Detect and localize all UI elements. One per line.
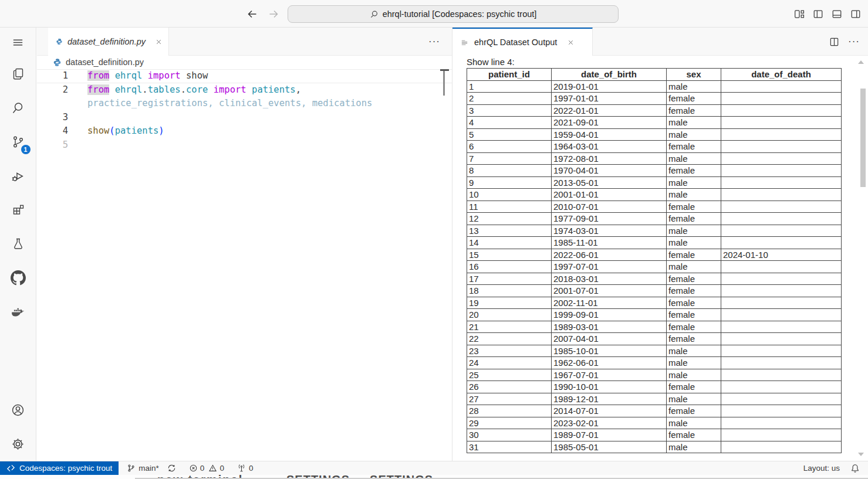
close-output-tab-button[interactable]: [567, 39, 575, 46]
table-cell: 31: [467, 441, 552, 453]
table-cell: 19: [467, 297, 552, 309]
sidebar-item-extensions[interactable]: [0, 193, 36, 227]
close-tab-button[interactable]: [155, 38, 163, 46]
forward-button[interactable]: [268, 8, 279, 20]
files-icon: [11, 67, 25, 81]
split-editor-button[interactable]: [829, 37, 839, 47]
settings-button[interactable]: [0, 427, 36, 461]
table-row: 92013-05-01male: [467, 176, 842, 189]
table-cell: [721, 225, 842, 237]
table-cell: [721, 141, 842, 153]
forward-arrow-icon: [268, 8, 279, 20]
table-row: 292023-02-01male: [467, 417, 842, 429]
code-line[interactable]: 3: [37, 111, 452, 125]
table-cell: female: [667, 405, 721, 417]
scroll-down-arrow[interactable]: [858, 453, 864, 456]
code-line[interactable]: 2from ehrql.tables.core import patients,: [37, 83, 452, 97]
table-cell: 1967-07-01: [552, 369, 667, 381]
table-cell: female: [667, 309, 721, 321]
table-cell: [721, 165, 842, 177]
table-cell: 1977-09-01: [552, 213, 667, 225]
table-cell: male: [667, 369, 721, 381]
code-token: [246, 84, 252, 95]
toggle-panel-button[interactable]: [832, 9, 842, 19]
sync-status-item[interactable]: [167, 464, 176, 473]
code-token: show: [186, 70, 208, 81]
output-more-actions-button[interactable]: ···: [848, 36, 860, 47]
toggle-secondary-sidebar-button[interactable]: [850, 9, 861, 19]
table-cell: male: [667, 393, 721, 405]
problems-status-item[interactable]: 0 0: [189, 464, 224, 473]
table-cell: female: [667, 381, 721, 393]
table-cell: [721, 417, 842, 429]
table-cell: [721, 80, 842, 93]
history-nav: [246, 0, 279, 28]
branch-status-item[interactable]: main*: [127, 464, 159, 473]
table-cell: 2021-09-01: [552, 117, 667, 129]
table-column-header: date_of_death: [721, 69, 842, 81]
table-row: 301989-07-01female: [467, 429, 842, 441]
scroll-up-arrow[interactable]: [858, 60, 864, 64]
ports-status-item[interactable]: 0: [237, 464, 254, 473]
code-line[interactable]: 5: [37, 138, 452, 152]
github-icon: [11, 270, 26, 286]
layout-status-item[interactable]: Layout: us: [803, 464, 840, 473]
menu-button[interactable]: [0, 28, 36, 57]
notifications-bell-button[interactable]: [850, 464, 860, 473]
output-scrollbar-thumb[interactable]: [860, 89, 866, 187]
code-text: from ehrql import show: [87, 69, 208, 83]
sidebar-item-github[interactable]: [0, 261, 36, 295]
account-button[interactable]: [0, 393, 36, 427]
code-text: practice_registrations, clinical_events,…: [87, 97, 372, 111]
sidebar-item-source-control[interactable]: 1: [0, 125, 36, 159]
table-cell: 16: [467, 261, 552, 273]
customize-layout-button[interactable]: [794, 9, 805, 19]
command-center-search[interactable]: ehrql-tutorial [Codespaces: psychic trou…: [288, 5, 619, 23]
sidebar-item-search[interactable]: [0, 91, 36, 125]
editor-more-actions-button[interactable]: ···: [428, 28, 440, 56]
warning-count: 0: [219, 464, 224, 473]
table-cell: [721, 297, 842, 309]
sidebar-item-testing[interactable]: [0, 227, 36, 261]
code-token: practice_registrations: [87, 98, 208, 108]
code-line[interactable]: 1from ehrql import show: [37, 69, 452, 83]
table-cell: 1989-12-01: [552, 393, 667, 405]
toggle-primary-sidebar-button[interactable]: [813, 9, 823, 19]
code-line[interactable]: 4show(patients): [37, 124, 452, 138]
code-editor[interactable]: 1from ehrql import show2from ehrql.table…: [37, 69, 452, 152]
code-token: core: [186, 84, 208, 95]
breadcrumb[interactable]: dataset_definition.py: [37, 56, 452, 69]
code-text: from ehrql.tables.core import patients,: [87, 83, 301, 97]
python-file-icon: [53, 58, 62, 67]
table-cell: 14: [467, 237, 552, 249]
tab-dataset-definition[interactable]: dataset_definition.py: [48, 28, 169, 56]
code-token: [208, 84, 213, 95]
code-token: ehrql: [115, 84, 143, 95]
customize-layout-icon: [794, 9, 805, 19]
account-icon: [11, 403, 25, 417]
table-cell: [721, 333, 842, 345]
table-cell: female: [667, 93, 721, 105]
code-token: from: [87, 84, 109, 95]
code-line[interactable]: practice_registrations, clinical_events,…: [37, 97, 452, 111]
back-button[interactable]: [246, 8, 258, 20]
more-actions-icon: ···: [428, 36, 440, 47]
table-cell: [721, 285, 842, 297]
status-bar: Codespaces: psychic trout main* 0 0 0 La…: [0, 461, 868, 475]
code-token: patients: [115, 125, 159, 136]
table-cell: 2023-02-01: [552, 417, 667, 429]
table-cell: [721, 93, 842, 105]
sidebar-item-explorer[interactable]: [0, 57, 36, 91]
tab-ehrql-dataset-output[interactable]: ehrQL Dataset Output: [452, 28, 593, 56]
dataset-table: patient_iddate_of_birthsexdate_of_death …: [467, 68, 842, 453]
table-cell: female: [667, 213, 721, 225]
output-panel-actions: ···: [829, 28, 860, 56]
remote-indicator[interactable]: Codespaces: psychic trout: [0, 461, 119, 475]
table-cell: male: [667, 441, 721, 453]
table-row: 261990-10-01female: [467, 381, 842, 393]
editor-scrollbar[interactable]: [443, 71, 445, 96]
sidebar-item-docker[interactable]: [0, 295, 36, 329]
sidebar-item-run-debug[interactable]: [0, 159, 36, 193]
table-row: 152022-06-01female2024-01-10: [467, 249, 842, 261]
table-cell: [721, 189, 842, 201]
